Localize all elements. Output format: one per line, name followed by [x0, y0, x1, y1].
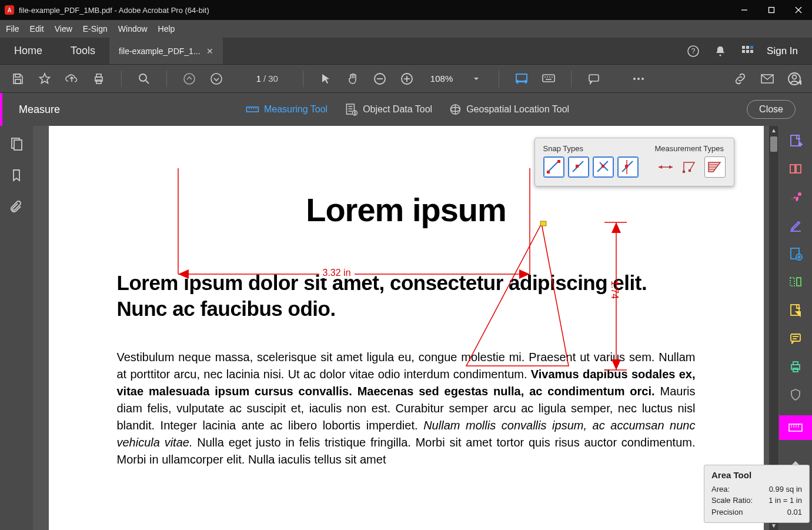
snap-types-title: Snap Types: [543, 144, 639, 153]
svg-rect-72: [683, 171, 685, 173]
measure-panel-icon[interactable]: [779, 415, 812, 440]
fit-width-icon[interactable]: [514, 72, 529, 86]
profile-icon[interactable]: +: [787, 72, 801, 86]
page-up-icon[interactable]: [182, 72, 196, 86]
svg-rect-9: [750, 46, 753, 49]
save-icon[interactable]: [11, 72, 25, 86]
perimeter-measure-button[interactable]: [680, 156, 701, 178]
tab-tools[interactable]: Tools: [56, 38, 109, 64]
zoom-dropdown-icon[interactable]: [469, 72, 483, 86]
svg-rect-12: [750, 50, 753, 53]
thumbnails-icon[interactable]: [9, 136, 24, 151]
snap-endpoints-button[interactable]: [568, 156, 589, 178]
page-total: 30: [268, 74, 278, 84]
link-icon[interactable]: [733, 72, 747, 86]
bookmark-icon[interactable]: [9, 168, 24, 182]
svg-line-58: [548, 161, 559, 172]
object-data-tool-button[interactable]: i Object Data Tool: [344, 103, 432, 116]
menu-file[interactable]: File: [6, 24, 19, 34]
organize-icon[interactable]: [788, 274, 803, 289]
create-pdf-icon[interactable]: +: [788, 133, 803, 148]
zoom-in-icon[interactable]: [400, 72, 414, 86]
pointer-icon[interactable]: [319, 72, 333, 86]
area-measure-button[interactable]: [704, 156, 726, 178]
print-tool-icon[interactable]: [788, 359, 803, 374]
attachment-icon[interactable]: [9, 200, 24, 214]
help-icon[interactable]: ?: [686, 44, 701, 59]
svg-rect-14: [15, 79, 21, 84]
page-content: Snap Types Measurement Types: [49, 126, 764, 530]
svg-text:?: ?: [691, 47, 696, 55]
minimize-button[interactable]: [731, 0, 758, 20]
page-sep: /: [263, 74, 266, 84]
menu-help[interactable]: Help: [158, 24, 175, 34]
close-button[interactable]: [785, 0, 812, 20]
tab-close-icon[interactable]: ✕: [206, 46, 213, 56]
combine-icon[interactable]: [788, 161, 803, 176]
measuring-tool-button[interactable]: Measuring Tool: [245, 104, 328, 115]
maximize-button[interactable]: [758, 0, 785, 20]
svg-point-94: [798, 192, 801, 196]
area-tool-title: Area Tool: [711, 470, 802, 480]
measure-toolbar: Measure Measuring Tool i Object Data Too…: [0, 93, 812, 126]
distance-measure-button[interactable]: [655, 156, 676, 178]
svg-rect-11: [746, 50, 749, 53]
menu-window[interactable]: Window: [118, 24, 148, 34]
sign-in-button[interactable]: Sign In: [767, 45, 798, 57]
horizontal-dimension: 3.32 in: [319, 268, 355, 278]
keyboard-icon[interactable]: [542, 72, 556, 86]
svg-point-18: [139, 74, 146, 81]
search-icon[interactable]: [137, 72, 151, 86]
mail-icon[interactable]: [760, 72, 774, 86]
sticky-note-icon[interactable]: [788, 331, 803, 346]
geospatial-tool-button[interactable]: Geospatial Location Tool: [449, 103, 569, 116]
export-icon[interactable]: [788, 246, 803, 261]
tab-home[interactable]: Home: [0, 38, 56, 64]
cloud-upload-icon[interactable]: [65, 72, 79, 86]
svg-point-40: [793, 75, 797, 79]
measure-close-button[interactable]: Close: [747, 100, 796, 119]
sign-icon[interactable]: [788, 189, 803, 205]
svg-rect-62: [576, 165, 579, 168]
svg-rect-28: [543, 75, 554, 82]
svg-rect-106: [793, 362, 798, 365]
edit-icon[interactable]: [788, 218, 803, 233]
app-icon: A: [5, 5, 14, 15]
hand-icon[interactable]: [346, 72, 360, 86]
snap-midpoints-button[interactable]: [593, 156, 614, 178]
svg-rect-98: [790, 278, 794, 286]
tab-document[interactable]: file-example_PDF_1... ✕: [109, 38, 223, 64]
menu-edit[interactable]: Edit: [30, 24, 44, 34]
svg-rect-65: [602, 165, 604, 168]
menu-esign[interactable]: E-Sign: [83, 24, 108, 34]
scrollbar-thumb[interactable]: [770, 136, 777, 152]
page-down-icon[interactable]: [209, 72, 223, 86]
svg-text:+: +: [798, 141, 802, 148]
svg-rect-1: [769, 8, 774, 13]
star-icon[interactable]: [38, 72, 52, 86]
snap-paths-button[interactable]: [543, 156, 564, 178]
comment-page-icon[interactable]: [788, 302, 803, 318]
document-area[interactable]: Snap Types Measurement Types: [33, 126, 779, 530]
menu-view[interactable]: View: [55, 24, 72, 34]
area-tool-popup: Area Tool Area:0.99 sq in Scale Ratio:1 …: [704, 465, 810, 524]
zoom-out-icon[interactable]: [373, 72, 387, 86]
svg-rect-10: [742, 50, 745, 53]
snap-measurement-panel[interactable]: Snap Types Measurement Types: [534, 138, 734, 186]
svg-point-36: [637, 78, 640, 80]
more-icon[interactable]: [631, 72, 646, 86]
svg-rect-13: [15, 74, 20, 77]
svg-point-20: [184, 74, 195, 84]
shield-icon[interactable]: [788, 387, 803, 402]
svg-rect-7: [742, 46, 745, 49]
print-icon[interactable]: [92, 72, 106, 86]
comment-icon[interactable]: [587, 72, 601, 86]
tab-document-label: file-example_PDF_1...: [119, 46, 201, 56]
svg-point-21: [211, 74, 222, 84]
bell-icon[interactable]: [713, 44, 728, 59]
grid-apps-icon[interactable]: [740, 44, 755, 59]
zoom-label[interactable]: 108%: [430, 74, 453, 84]
snap-intersections-button[interactable]: [617, 156, 639, 178]
page-current-input[interactable]: [243, 74, 261, 84]
svg-rect-68: [625, 165, 628, 168]
